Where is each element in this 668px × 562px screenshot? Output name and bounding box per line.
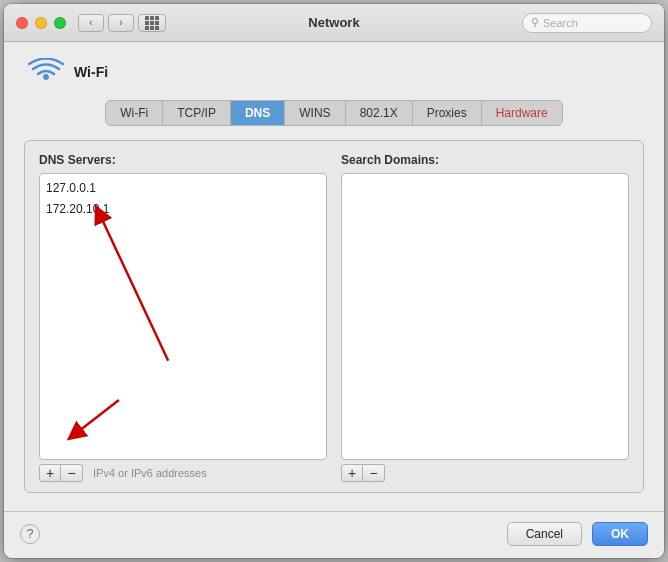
help-button[interactable]: ? xyxy=(20,524,40,544)
grid-button[interactable] xyxy=(138,14,166,32)
bottom-right: Cancel OK xyxy=(507,522,648,546)
dns-server-2: 172.20.10.1 xyxy=(46,199,320,220)
back-button[interactable]: ‹ xyxy=(78,14,104,32)
grid-icon xyxy=(145,16,159,30)
two-columns: DNS Servers: 127.0.0.1 172.20.10.1 xyxy=(39,153,629,482)
dns-servers-col: DNS Servers: 127.0.0.1 172.20.10.1 xyxy=(39,153,327,482)
tab-wins[interactable]: WINS xyxy=(285,101,345,125)
forward-button[interactable]: › xyxy=(108,14,134,32)
domain-add-button[interactable]: + xyxy=(341,464,363,482)
nav-buttons: ‹ › xyxy=(78,14,134,32)
dns-servers-controls: + − IPv4 or IPv6 addresses xyxy=(39,464,327,482)
tab-bar: Wi-Fi TCP/IP DNS WINS 802.1X Proxies Har… xyxy=(105,100,562,126)
tab-8021x[interactable]: 802.1X xyxy=(346,101,413,125)
content-area: Wi-Fi Wi-Fi TCP/IP DNS WINS 802.1X Proxi… xyxy=(4,42,664,507)
close-button[interactable] xyxy=(16,17,28,29)
maximize-button[interactable] xyxy=(54,17,66,29)
dns-servers-content: 127.0.0.1 172.20.10.1 xyxy=(40,174,326,224)
ok-button[interactable]: OK xyxy=(592,522,648,546)
wifi-name: Wi-Fi xyxy=(74,64,108,80)
dns-add-button[interactable]: + xyxy=(39,464,61,482)
dns-servers-label: DNS Servers: xyxy=(39,153,327,167)
tab-dns[interactable]: DNS xyxy=(231,101,285,125)
window-title: Network xyxy=(308,15,359,30)
dns-server-1: 127.0.0.1 xyxy=(46,178,320,199)
wifi-icon xyxy=(28,58,64,86)
bottom-bar: ? Cancel OK xyxy=(4,511,664,558)
dns-panel: DNS Servers: 127.0.0.1 172.20.10.1 xyxy=(24,140,644,493)
dns-hint: IPv4 or IPv6 addresses xyxy=(93,467,207,479)
tabs-row: Wi-Fi TCP/IP DNS WINS 802.1X Proxies Har… xyxy=(24,100,644,126)
cancel-button[interactable]: Cancel xyxy=(507,522,582,546)
tab-wifi[interactable]: Wi-Fi xyxy=(106,101,163,125)
search-domains-col: Search Domains: + − xyxy=(341,153,629,482)
search-domains-list[interactable] xyxy=(341,173,629,460)
tab-proxies[interactable]: Proxies xyxy=(413,101,482,125)
window: ‹ › Network ⚲ Search Wi-Fi xyxy=(4,4,664,558)
traffic-lights xyxy=(16,17,66,29)
tab-tcpip[interactable]: TCP/IP xyxy=(163,101,231,125)
minimize-button[interactable] xyxy=(35,17,47,29)
wifi-header: Wi-Fi xyxy=(24,58,644,86)
titlebar: ‹ › Network ⚲ Search xyxy=(4,4,664,42)
search-icon: ⚲ xyxy=(531,16,539,29)
tab-hardware[interactable]: Hardware xyxy=(482,101,562,125)
search-domains-controls: + − xyxy=(341,464,629,482)
svg-line-1 xyxy=(75,400,119,434)
dns-remove-button[interactable]: − xyxy=(61,464,83,482)
domain-remove-button[interactable]: − xyxy=(363,464,385,482)
search-box[interactable]: ⚲ Search xyxy=(522,13,652,33)
search-placeholder: Search xyxy=(543,17,578,29)
svg-line-0 xyxy=(99,213,168,360)
dns-servers-list[interactable]: 127.0.0.1 172.20.10.1 xyxy=(39,173,327,460)
search-domains-label: Search Domains: xyxy=(341,153,629,167)
